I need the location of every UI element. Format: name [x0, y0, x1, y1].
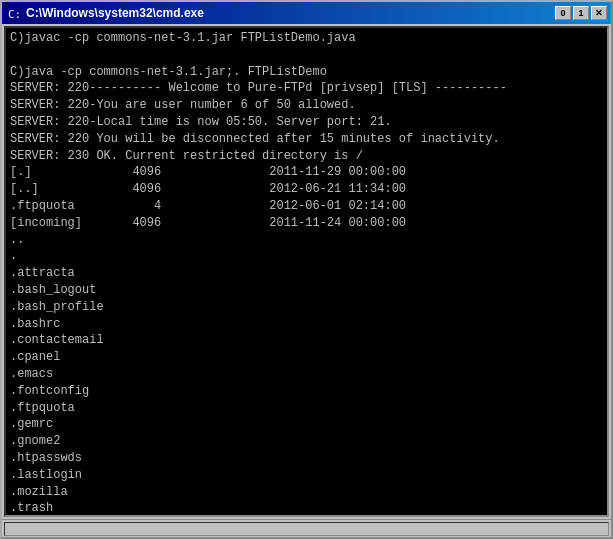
close-button[interactable]: ✕ [591, 6, 607, 20]
console-area: C)javac -cp commons-net-3.1.jar FTPListD… [4, 26, 609, 517]
maximize-button[interactable]: 1 [573, 6, 589, 20]
console-text: C)javac -cp commons-net-3.1.jar FTPListD… [10, 30, 603, 515]
window-title: C:\Windows\system32\cmd.exe [26, 6, 204, 20]
minimize-button[interactable]: 0 [555, 6, 571, 20]
title-bar-left: C:\ C:\Windows\system32\cmd.exe [6, 5, 204, 21]
console-output[interactable]: C)javac -cp commons-net-3.1.jar FTPListD… [6, 28, 607, 515]
status-bar-inner [4, 522, 609, 536]
status-bar [2, 519, 611, 537]
svg-text:C:\: C:\ [8, 8, 22, 21]
cmd-icon: C:\ [6, 5, 22, 21]
title-bar: C:\ C:\Windows\system32\cmd.exe 0 1 ✕ [2, 2, 611, 24]
title-buttons: 0 1 ✕ [555, 6, 607, 20]
cmd-window: C:\ C:\Windows\system32\cmd.exe 0 1 ✕ C)… [0, 0, 613, 539]
